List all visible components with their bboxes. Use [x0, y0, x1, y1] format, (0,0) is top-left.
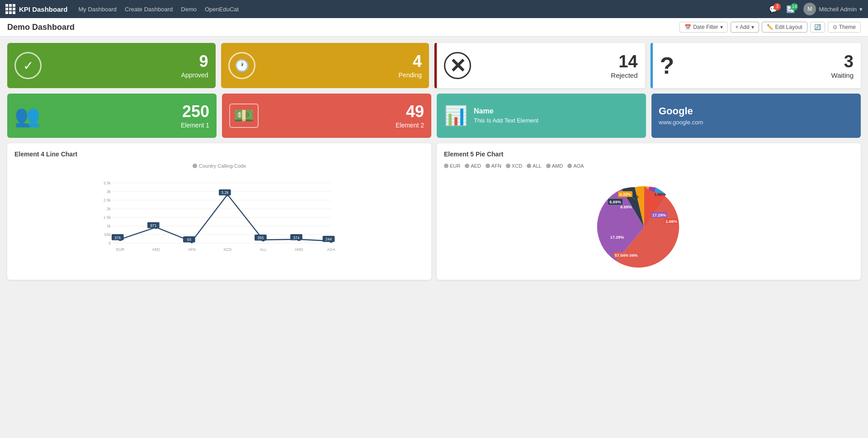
notification-badge[interactable]: 🔄 14 [786, 5, 795, 14]
page-title: Demo Dashboard [7, 23, 75, 32]
pie-legend-eur: EUR [444, 163, 460, 169]
line-chart-svg: 3.5k 3k 2.5k 2k 1.5k 1k 500 0 [14, 171, 424, 262]
svg-text:2.5k: 2.5k [104, 198, 111, 202]
app-title: KPI Dashboard [19, 5, 68, 13]
svg-text:3.2k: 3.2k [221, 190, 229, 195]
user-avatar: M [803, 3, 816, 15]
waiting-icon: ? [660, 52, 675, 79]
text-element-name: Name [474, 107, 538, 115]
svg-text:3.5k: 3.5k [104, 180, 111, 185]
approved-label: Approved [48, 71, 208, 79]
element2-icon: 💵 [229, 104, 259, 128]
add-button[interactable]: + Add ▾ [731, 22, 759, 33]
kpi-element2[interactable]: 💵 49 Element 2 [222, 94, 431, 138]
grid-icon [5, 4, 15, 14]
text-element-desc: This Is Add Text Element [474, 117, 538, 124]
nav-my-dashboard[interactable]: My Dashboard [79, 6, 117, 13]
notif-count: 14 [791, 3, 798, 10]
waiting-text: 3 Waiting [679, 52, 854, 79]
nav-openeducat[interactable]: OpenEduCat [205, 6, 239, 13]
svg-text:1.66%: 1.66% [665, 219, 677, 224]
svg-text:374: 374 [293, 235, 300, 240]
svg-text:500: 500 [104, 232, 111, 236]
nav-demo[interactable]: Demo [181, 6, 197, 13]
kpi-pending[interactable]: 🕐 4 Pending [221, 43, 429, 88]
nav-create-dashboard[interactable]: Create Dashboard [125, 6, 173, 13]
element1-number: 250 [47, 103, 209, 121]
svg-text:355: 355 [257, 235, 264, 240]
approved-number: 9 [48, 52, 208, 71]
svg-text:ALL: ALL [260, 247, 267, 252]
kpi-google[interactable]: Google www.google.com [651, 94, 861, 138]
line-chart-title: Element 4 Line Chart [14, 151, 424, 158]
element2-text: 49 Element 2 [265, 103, 424, 129]
pending-number: 4 [262, 52, 422, 71]
rejected-icon: ✕ [444, 52, 471, 79]
element2-label: Element 2 [265, 122, 424, 129]
svg-text:1.5k: 1.5k [104, 215, 111, 219]
pie-legend-aoa: AOA [567, 163, 584, 169]
subheader: Demo Dashboard 📅 Date Filter ▾ + Add ▾ ✏… [0, 18, 868, 37]
kpi-approved[interactable]: ✓ 9 Approved [7, 43, 216, 88]
refresh-button[interactable]: 🔄 [810, 22, 825, 33]
waiting-label: Waiting [679, 71, 854, 79]
rejected-text: 14 Rejected [476, 52, 638, 79]
dropdown-arrow-icon: ▾ [720, 24, 723, 30]
svg-text:1k: 1k [107, 223, 111, 228]
pending-text: 4 Pending [262, 52, 422, 79]
google-url: www.google.com [659, 119, 854, 126]
user-dropdown-icon: ▾ [859, 6, 863, 13]
kpi-text-element[interactable]: 📊 Name This Is Add Text Element [437, 94, 646, 138]
kpi-rejected[interactable]: ✕ 14 Rejected [434, 43, 645, 88]
edit-layout-button[interactable]: ✏️ Edit Layout [762, 22, 807, 33]
svg-text:376: 376 [114, 235, 121, 240]
main-content: ✓ 9 Approved 🕐 4 Pending ✕ 14 Rejected [0, 37, 868, 286]
pie-legend-amd: AMD [546, 163, 563, 169]
kpi-element1[interactable]: 👥 250 Element 1 [7, 94, 217, 138]
theme-button[interactable]: ⊙ Theme [828, 22, 861, 33]
svg-text:EUR: EUR [116, 247, 124, 252]
legend-label: Country Calling Code [199, 163, 246, 169]
svg-text:971: 971 [150, 223, 157, 227]
charts-row: Element 4 Line Chart Country Calling Cod… [7, 143, 861, 280]
user-menu[interactable]: M Mitchell Admin ▾ [803, 3, 863, 15]
text-element-icon: 📊 [444, 104, 467, 127]
kpi-waiting[interactable]: ? 3 Waiting [651, 43, 861, 88]
svg-text:57.04%: 57.04% [615, 253, 629, 258]
top-navigation: KPI Dashboard My Dashboard Create Dashbo… [0, 0, 868, 18]
svg-text:6.32%: 6.32% [619, 192, 631, 197]
svg-text:1.66%: 1.66% [654, 192, 666, 197]
line-chart-legend: Country Calling Code [14, 163, 424, 169]
kpi-row-2: 👥 250 Element 1 💵 49 Element 2 📊 Name Th… [7, 94, 861, 138]
nav-menu: My Dashboard Create Dashboard Demo OpenE… [79, 6, 239, 13]
theme-icon: ⊙ [833, 24, 837, 30]
pie-legend: EUR AED AFN XCD ALL [444, 163, 854, 169]
svg-text:AED: AED [152, 247, 160, 252]
date-filter-button[interactable]: 📅 Date Filter ▾ [679, 22, 727, 33]
chat-badge[interactable]: 💬 3 [769, 5, 778, 14]
svg-text:0: 0 [108, 240, 111, 245]
waiting-number: 3 [679, 52, 854, 71]
svg-text:17.29%: 17.29% [652, 213, 666, 217]
calendar-icon: 📅 [684, 24, 691, 30]
svg-text:17.29%: 17.29% [610, 235, 624, 240]
text-element-content: Name This Is Add Text Element [474, 107, 538, 124]
svg-text:6.69%: 6.69% [620, 205, 632, 209]
pending-icon: 🕐 [228, 52, 255, 79]
element1-icon: 👥 [14, 104, 40, 128]
toolbar-actions: 📅 Date Filter ▾ + Add ▾ ✏️ Edit Layout 🔄… [679, 22, 861, 33]
pie-legend-xcd: XCD [506, 163, 522, 169]
rejected-number: 14 [476, 52, 638, 71]
svg-text:AFN: AFN [188, 247, 195, 252]
approved-text: 9 Approved [48, 52, 208, 79]
topnav-right: 💬 3 🔄 14 M Mitchell Admin ▾ [769, 3, 863, 15]
rejected-label: Rejected [476, 71, 638, 79]
app-logo[interactable]: KPI Dashboard [5, 4, 68, 14]
svg-text:XCD: XCD [223, 247, 231, 252]
kpi-row-1: ✓ 9 Approved 🕐 4 Pending ✕ 14 Rejected [7, 43, 861, 88]
svg-text:93: 93 [187, 237, 192, 242]
svg-text:2k: 2k [107, 206, 111, 211]
refresh-icon: 🔄 [814, 24, 821, 30]
line-chart-card: Element 4 Line Chart Country Calling Cod… [7, 143, 431, 280]
svg-text:3k: 3k [107, 189, 111, 193]
